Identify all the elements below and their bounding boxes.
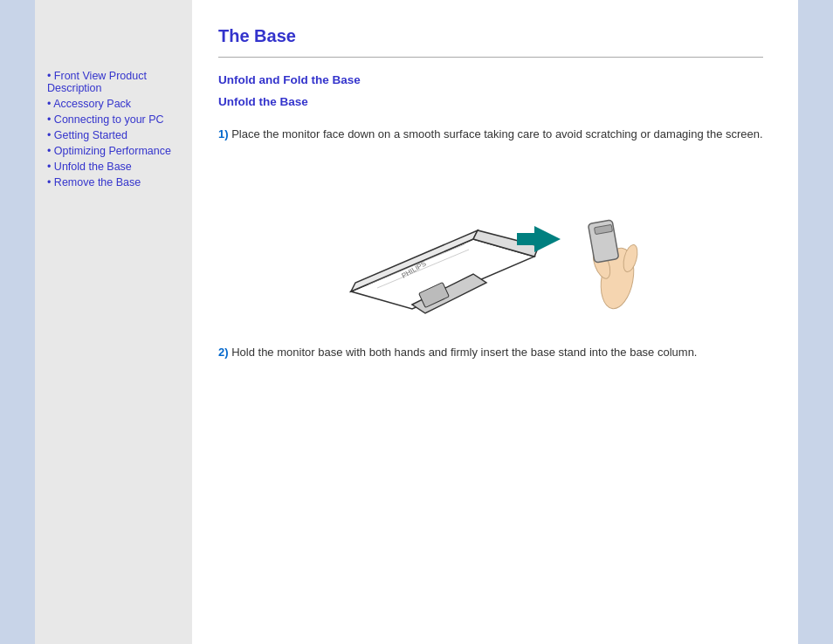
divider: [218, 57, 763, 58]
sidebar-link-getting-started[interactable]: Getting Started: [54, 129, 127, 141]
sidebar-link-connecting-pc[interactable]: Connecting to your PC: [54, 113, 164, 126]
sidebar-item-getting-started[interactable]: • Getting Started: [47, 129, 183, 141]
step2-text: 2) Hold the monitor base with both hands…: [218, 344, 763, 361]
right-bar: [798, 0, 833, 644]
main-content: The Base Unfold and Fold the Base Unfold…: [192, 0, 798, 644]
page-title: The Base: [218, 26, 763, 46]
section-heading: Unfold and Fold the Base: [218, 73, 763, 86]
sidebar-link-remove-base[interactable]: Remove the Base: [54, 176, 141, 188]
sidebar: • Front View Product Description • Acces…: [35, 0, 192, 644]
sidebar-item-accessory-pack[interactable]: • Accessory Pack: [47, 98, 183, 110]
step1-label: 1): [218, 127, 229, 140]
sidebar-item-front-view[interactable]: • Front View Product Description: [47, 70, 183, 94]
sidebar-link-accessory-pack[interactable]: Accessory Pack: [53, 98, 131, 110]
sidebar-link-front-view[interactable]: Front View Product Description: [47, 70, 147, 94]
sidebar-item-remove-base[interactable]: • Remove the Base: [47, 176, 183, 188]
sidebar-item-optimizing[interactable]: • Optimizing Performance: [47, 145, 183, 157]
left-bar: [0, 0, 35, 644]
sidebar-item-connecting-pc[interactable]: • Connecting to your PC: [47, 113, 183, 126]
svg-point-11: [621, 243, 640, 273]
sub-heading: Unfold the Base: [218, 95, 763, 108]
step2-label: 2): [218, 346, 229, 359]
monitor-illustration: PHILIPS: [307, 161, 674, 318]
sidebar-link-optimizing[interactable]: Optimizing Performance: [54, 145, 171, 157]
sidebar-link-unfold-base[interactable]: Unfold the Base: [54, 161, 132, 173]
sidebar-item-unfold-base[interactable]: • Unfold the Base: [47, 161, 183, 173]
illustration-container: PHILIPS: [218, 161, 763, 318]
step1-text: 1) Place the monitor face down on a smoo…: [218, 126, 763, 143]
